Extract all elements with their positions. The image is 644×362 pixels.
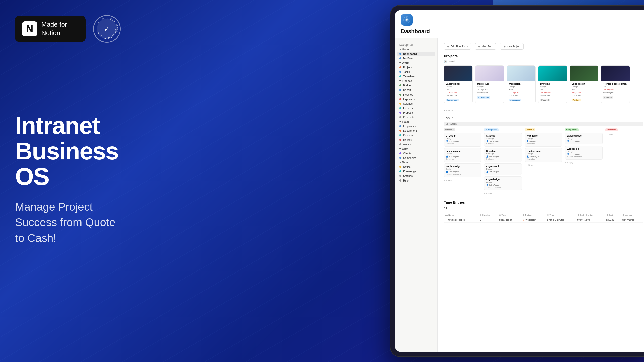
sidebar-calendar-label: Calendar: [403, 134, 414, 137]
sidebar-item-notice[interactable]: Notice: [397, 165, 435, 169]
time-entries-table: Aa Name ⊙ Duration ☑ Task ⊙ Project ⊙ Ti…: [444, 213, 643, 223]
task-time: 0 minutes: [446, 143, 479, 145]
sidebar-group-finance[interactable]: ▾ Finance: [397, 79, 435, 83]
planned-add-new[interactable]: + + New: [444, 179, 481, 182]
review-add-new[interactable]: + + New: [525, 163, 562, 167]
sidebar-item-myboard[interactable]: My Board: [397, 56, 435, 61]
kanban-view-button[interactable]: ⊞ Kanban: [444, 122, 643, 126]
sidebar-myboard-label: My Board: [403, 57, 414, 60]
project-info-3: Branding Design 0% -11 days left Soft Wa…: [538, 81, 567, 103]
project-cat-0: Design: [446, 86, 471, 88]
project-progress-3: 0%: [540, 88, 565, 91]
project-info-2: Webdesign Design 50% -11 days left Soft …: [507, 81, 535, 103]
clock-icon: 🕐: [444, 60, 447, 63]
task-card-logo-design[interactable]: Logo design Design 👤 Soft Wagner 3 hours…: [484, 176, 522, 190]
sidebar-item-holiday[interactable]: Holiday: [397, 138, 435, 142]
notion-badge: 𝗡 Made for Notion: [15, 16, 86, 42]
sidebar-group-work[interactable]: ▾ Work: [397, 61, 435, 65]
canceled-add-new[interactable]: + + New: [605, 133, 643, 136]
sidebar-item-invoices[interactable]: Invoices: [397, 106, 435, 110]
sidebar-item-tasks[interactable]: Tasks: [397, 70, 435, 74]
project-card-4[interactable]: Logo design Design 0% 0 days left Soft W…: [570, 65, 598, 103]
task-card-strategy[interactable]: Strategy Strategy 👤 Soft Wagner 0 minute…: [484, 133, 522, 147]
task-owner: 👤 Soft Wagner: [486, 155, 520, 158]
sidebar-item-help[interactable]: Help: [397, 178, 435, 183]
dashboard-content: Navigation ▾ Home Dashboard My Board: [395, 38, 644, 352]
task-card-webdesign-completed[interactable]: Webdesign Design 👤 Soft Wagner 5 hours 0…: [565, 146, 602, 160]
sidebar-item-assets[interactable]: Assets: [397, 142, 435, 147]
project-card-1[interactable]: Mobile App Design 19 days left Soft Wagn…: [475, 65, 504, 103]
project-card-5[interactable]: Frontend development UX -11 days left So…: [601, 65, 630, 103]
sidebar-item-calendar[interactable]: Calendar: [397, 133, 435, 138]
sidebar-item-department[interactable]: Department: [397, 128, 435, 133]
add-time-entry-button[interactable]: ⊕ Add Time Entry: [444, 43, 471, 50]
sidebar-item-knowledge[interactable]: Knowledge: [397, 169, 435, 174]
task-card-logo-sketch[interactable]: Logo sketch Design 👤 Soft Wagner: [484, 163, 522, 175]
notice-dot-icon: [399, 166, 401, 168]
project-cat-1: Design: [477, 86, 502, 88]
sidebar-item-projects[interactable]: Projects: [397, 65, 435, 70]
project-days-0: -11 days left: [446, 91, 471, 94]
task-card-ui-design[interactable]: UI Design Design 👤 Soft Wagner 0 minutes: [444, 133, 481, 147]
task-name: Webdesign: [567, 148, 600, 150]
task-owner: 👤 Soft Wagner: [486, 140, 520, 142]
sidebar-item-budget[interactable]: Budget: [397, 83, 435, 88]
kanban-col-planned: Planned 2 UI Design Design 👤 Soft Wagner…: [444, 128, 481, 195]
task-card-landing-planned[interactable]: Landing page Design 👤 Soft Wagner 0 minu…: [444, 148, 481, 162]
sidebar-item-settings[interactable]: Settings: [397, 174, 435, 178]
task-card-branding[interactable]: Branding Strategy 👤 Soft Wagner 0 minute…: [484, 148, 522, 162]
project-card-3[interactable]: Branding Design 0% -11 days left Soft Wa…: [538, 65, 567, 103]
plus-icon-new-project: +: [444, 109, 445, 112]
time-entry-row-0[interactable]: ● Create social post 5 Social design ● W…: [444, 217, 643, 223]
projects-add-new[interactable]: + + New: [444, 108, 643, 113]
sidebar-item-contracts[interactable]: Contracts: [397, 115, 435, 119]
project-info-4: Logo design Design 0% 0 days left Soft W…: [570, 81, 598, 103]
sidebar-item-dashboard[interactable]: Dashboard: [397, 52, 435, 56]
task-type: Design: [486, 181, 520, 183]
sidebar-group-crm[interactable]: ▾ CRM: [397, 147, 435, 151]
tablet-frame: Dashboard Navigation ▾ Home Dashboard: [390, 5, 644, 357]
companies-dot-icon: [399, 157, 401, 159]
sidebar-group-team[interactable]: ▾ Team: [397, 119, 435, 124]
project-progress-1: 19 days left: [477, 88, 502, 91]
timesheet-dot-icon: [399, 75, 401, 77]
tasks-section-title: Tasks: [444, 116, 643, 120]
sidebar-item-incomes[interactable]: Incomes: [397, 92, 435, 97]
new-task-button[interactable]: ⊕ New Task: [475, 43, 496, 50]
task-card-wireframe[interactable]: Wireframe Design 👤 Soft Wagner 0 minutes: [525, 133, 562, 147]
completed-new-label: + New: [567, 162, 573, 164]
project-card-0[interactable]: Landing page Design 0% -11 days left Sof…: [444, 65, 473, 103]
project-card-2[interactable]: Webdesign Design 50% -11 days left Soft …: [507, 65, 536, 103]
task-card-landing-review[interactable]: Landing page Design 👤 Soft Wagner 0 minu…: [525, 148, 562, 162]
project-cat-2: Design: [509, 86, 534, 88]
time-table-header-row: Aa Name ⊙ Duration ☑ Task ⊙ Project ⊙ Ti…: [444, 213, 643, 217]
inprogress-add-new[interactable]: + + New: [484, 192, 522, 195]
task-card-social-design[interactable]: Social design Design 👤 Soft Wagner 5 hou…: [444, 163, 481, 177]
planned-new-label: + New: [446, 179, 452, 182]
task-owner: 👤 Soft Wagner: [446, 171, 479, 173]
sidebar-item-proposal[interactable]: Proposal: [397, 110, 435, 115]
project-info-1: Mobile App Design 19 days left Soft Wagn…: [475, 81, 504, 100]
sidebar-item-companies[interactable]: Companies: [397, 156, 435, 160]
completed-add-new[interactable]: + + New: [565, 161, 602, 165]
sidebar-item-expenses[interactable]: Expenses: [397, 97, 435, 101]
task-name: Logo sketch: [486, 165, 520, 168]
sidebar-group-home[interactable]: ▾ Home: [397, 47, 435, 52]
sidebar-item-salaries[interactable]: Salaries: [397, 101, 435, 106]
kanban-header-review: Review 1: [525, 128, 562, 131]
task-name: Landing page: [527, 150, 560, 152]
task-card-landing-completed[interactable]: Landing page Design 👤 Soft Wagner: [565, 133, 602, 144]
notion-badge-text: Made for Notion: [41, 20, 67, 37]
filter-tab-all[interactable]: All: [444, 206, 447, 210]
col-task: ☑ Task: [498, 213, 521, 217]
task-name: UI Design: [446, 134, 479, 137]
sidebar-group-base[interactable]: ▾ Base: [397, 160, 435, 165]
sidebar-item-timesheet[interactable]: Timesheet: [397, 74, 435, 79]
new-project-button[interactable]: ⊕ New Project: [500, 43, 524, 50]
project-status-5: Planned: [603, 96, 613, 99]
sidebar-item-report[interactable]: Report: [397, 88, 435, 92]
project-status-4: Review: [572, 99, 581, 101]
sidebar-item-employees[interactable]: Employees: [397, 124, 435, 128]
sidebar-item-clients[interactable]: Clients: [397, 151, 435, 156]
sidebar-proposal-label: Proposal: [403, 111, 413, 114]
